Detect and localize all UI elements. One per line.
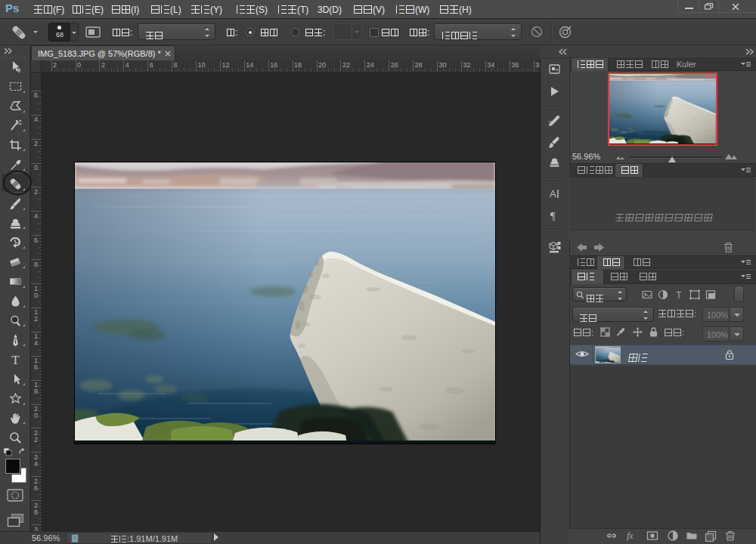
svg-text:¶: ¶ — [550, 211, 556, 222]
svg-text:T: T — [676, 290, 682, 301]
svg-text:fx: fx — [627, 530, 634, 541]
svg-text:A: A — [550, 188, 556, 199]
svg-text:T: T — [11, 354, 20, 366]
